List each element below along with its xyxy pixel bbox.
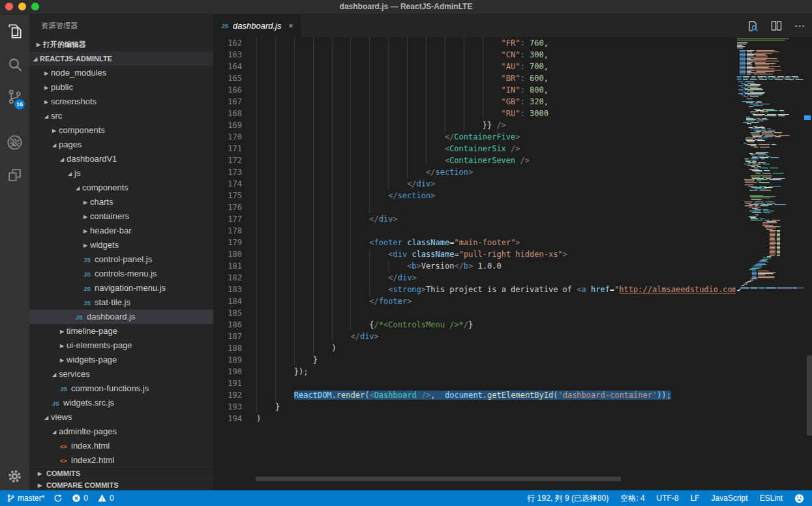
tree-item-pages[interactable]: ◢pages: [29, 138, 213, 152]
tree-item-widgets-src-js[interactable]: JSwidgets.src.js: [29, 396, 213, 410]
open-preview-icon[interactable]: [744, 18, 761, 35]
vscode-window: dashboard.js — ReactJS-AdminLTE 16: [0, 0, 812, 506]
js-file-icon: JS: [52, 396, 63, 411]
tree-item-dashboard-js[interactable]: JSdashboard.js: [29, 310, 213, 324]
line-number: 162: [213, 37, 242, 49]
source-control-icon[interactable]: 16: [0, 83, 29, 110]
horizontal-scrollbar[interactable]: [256, 477, 621, 481]
encoding-setting[interactable]: UTF-8: [657, 494, 679, 503]
tree-section-reactjs-adminlte[interactable]: ◢REACTJS-ADMINLTE: [29, 52, 213, 66]
tree-item-index-html[interactable]: <>index.html: [29, 439, 213, 453]
tree-section--[interactable]: ▶打开的编辑器: [29, 37, 213, 52]
tree-item-public[interactable]: ▶public: [29, 80, 213, 95]
code-line-178: 178: [213, 225, 736, 237]
more-actions-icon[interactable]: ⋯: [791, 18, 808, 35]
window-title: dashboard.js — ReactJS-AdminLTE: [0, 2, 812, 11]
line-number: 173: [213, 166, 242, 178]
tree-item-label: pages: [59, 140, 82, 149]
chevron-expanded-icon: ◢: [52, 138, 59, 153]
tree-item-control-panel-js[interactable]: JScontrol-panel.js: [29, 252, 213, 267]
code-line-166: 166"IN": 800,: [213, 84, 736, 96]
tree-item-widgets[interactable]: ▶widgets: [29, 238, 213, 252]
tree-item-label: navigation-menu.js: [95, 283, 166, 293]
split-editor-icon[interactable]: [768, 18, 785, 35]
line-number: 167: [213, 96, 242, 108]
tree-item-services[interactable]: ◢services: [29, 367, 213, 381]
tree-item-dashboardv1[interactable]: ◢dashboardV1: [29, 152, 213, 166]
minimap[interactable]: [736, 37, 807, 490]
chevron-expanded-icon: ◢: [52, 368, 59, 382]
tree-item-components[interactable]: ▶components: [29, 123, 213, 138]
tree-item-stat-tile-js[interactable]: JSstat-tile.js: [29, 295, 213, 310]
compare-commits-section-header[interactable]: ▶ COMPARE COMMITS: [29, 479, 213, 490]
eol-setting[interactable]: LF: [691, 494, 700, 503]
tree-item-label: widgets.src.js: [63, 398, 114, 408]
error-count[interactable]: 0: [72, 494, 88, 503]
line-number: 186: [213, 319, 242, 331]
tab-strip: JS dashboard.js ×: [213, 14, 812, 37]
eslint-status[interactable]: ESLint: [760, 494, 783, 503]
code-editor[interactable]: 162"FR": 760,163"CN": 300,164"AU": 700,1…: [213, 37, 736, 490]
explorer-icon[interactable]: [0, 18, 29, 44]
chevron-right-icon: ▶: [44, 81, 51, 95]
debug-icon[interactable]: [0, 129, 29, 155]
tree-item-charts[interactable]: ▶charts: [29, 195, 213, 209]
cursor-position[interactable]: 行 192, 列 9 (已选择80): [528, 493, 609, 504]
tree-item-ui-elements-page[interactable]: ▶ui-elements-page: [29, 338, 213, 353]
language-mode[interactable]: JavaScript: [712, 494, 748, 503]
search-icon[interactable]: [0, 52, 29, 78]
line-number: 180: [213, 248, 242, 260]
sidebar-title: 资源管理器: [29, 14, 213, 37]
tree-item-controls-menu-js[interactable]: JScontrols-menu.js: [29, 267, 213, 281]
code-line-164: 164"AU": 700,: [213, 61, 736, 72]
chevron-expanded-icon: ◢: [44, 411, 51, 425]
tree-item-label: services: [59, 369, 90, 379]
tree-item-node-modules[interactable]: ▶node_modules: [29, 66, 213, 80]
js-file-icon: JS: [60, 382, 71, 396]
js-file-icon: JS: [76, 310, 87, 325]
extensions-icon[interactable]: [0, 162, 29, 188]
tree-item-widgets-page[interactable]: ▶widgets-page: [29, 353, 213, 367]
chevron-right-icon: ▶: [60, 325, 67, 339]
tree-item-adminlte-pages[interactable]: ◢adminlte-pages: [29, 424, 213, 439]
tab-close-icon[interactable]: ×: [288, 22, 293, 31]
code-line-185: 185: [213, 307, 736, 319]
code-line-186: 186{/*<ControlsMenu />*/}: [213, 319, 736, 331]
tree-item-header-bar[interactable]: ▶header-bar: [29, 224, 213, 238]
tree-item-navigation-menu-js[interactable]: JSnavigation-menu.js: [29, 281, 213, 295]
tree-item-src[interactable]: ◢src: [29, 109, 213, 123]
tree-item-label: ui-elements-page: [67, 340, 132, 350]
commits-section-header[interactable]: ▶ COMMITS: [29, 467, 213, 479]
tree-item-label: components: [59, 125, 105, 135]
selected-text: ReactDOM.render(<Dashboard />, document.…: [294, 391, 671, 400]
tab-dashboard-js[interactable]: JS dashboard.js ×: [213, 14, 301, 37]
line-number: 179: [213, 237, 242, 248]
tree-item-views[interactable]: ◢views: [29, 410, 213, 424]
code-line-175: 175</section>: [213, 190, 736, 201]
code-line-181: 181<b>Version</b> 1.0.0: [213, 260, 736, 272]
code-line-184: 184</footer>: [213, 295, 736, 307]
line-number: 194: [213, 413, 242, 424]
tree-item-label: public: [51, 82, 73, 92]
tree-item-timeline-page[interactable]: ▶timeline-page: [29, 324, 213, 338]
git-branch-indicator[interactable]: master*: [7, 494, 44, 503]
feedback-smiley-icon[interactable]: [794, 494, 804, 503]
warning-count[interactable]: 0: [97, 494, 114, 503]
line-number: 174: [213, 178, 242, 190]
sync-icon[interactable]: [53, 494, 63, 503]
tree-item-common-functions-js[interactable]: JScommon-functions.js: [29, 381, 213, 396]
tree-item-label: dashboard.js: [87, 312, 135, 321]
code-line-162: 162"FR": 760,: [213, 37, 736, 49]
explorer-sidebar: 资源管理器 ▶打开的编辑器◢REACTJS-ADMINLTE▶node_modu…: [29, 14, 213, 490]
chevron-expanded-icon: ◢: [76, 181, 82, 196]
tree-item-containers[interactable]: ▶containers: [29, 209, 213, 224]
vertical-scrollbar[interactable]: [807, 355, 812, 436]
tree-item-index2-html[interactable]: <>index2.html: [29, 453, 213, 468]
html-file-icon: <>: [60, 454, 71, 468]
tree-item-screenshots[interactable]: ▶screenshots: [29, 95, 213, 109]
indentation-setting[interactable]: 空格: 4: [620, 493, 644, 504]
tree-item-components[interactable]: ◢components: [29, 181, 213, 195]
line-number: 182: [213, 272, 242, 284]
tree-item-js[interactable]: ◢js: [29, 166, 213, 181]
settings-gear-icon[interactable]: [0, 463, 29, 489]
